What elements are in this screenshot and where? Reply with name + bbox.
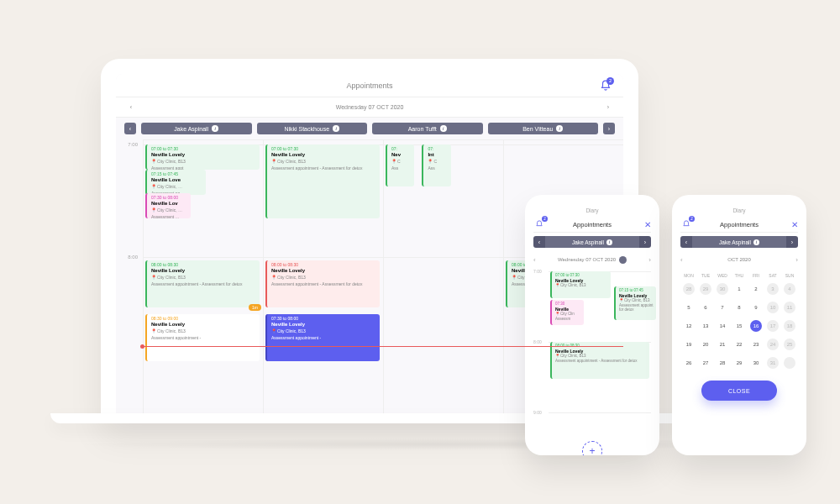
notif-count-badge: 2 bbox=[606, 77, 614, 85]
month-next[interactable]: › bbox=[795, 256, 798, 264]
calendar-day[interactable]: 6 bbox=[697, 300, 714, 315]
calendar-day[interactable]: 13 bbox=[697, 318, 714, 333]
calendar-day[interactable]: 1 bbox=[731, 281, 748, 297]
staff-tab-2[interactable]: Aaron Tuffti bbox=[372, 123, 483, 134]
calendar-day[interactable]: 28 bbox=[680, 281, 697, 297]
calendar-day[interactable]: 15 bbox=[731, 318, 748, 333]
staff-prev-button[interactable]: ‹ bbox=[124, 123, 136, 134]
appt-patient: Neville Lovely bbox=[151, 268, 257, 274]
calendar-day[interactable]: 28 bbox=[714, 355, 731, 370]
calendar-day[interactable]: 20 bbox=[697, 337, 714, 352]
phone-schedule: Diary 2 Appointments ✕ ‹ Jake Aspinalli … bbox=[525, 195, 659, 455]
calendar-day[interactable]: 31 bbox=[764, 355, 781, 370]
appointment-card[interactable]: 07:00 to 07:30Neville Lovely📍City Clinic… bbox=[550, 271, 611, 298]
calendar-dow-row: MONTUEWEDTHUFRISATSUN bbox=[680, 273, 798, 278]
phone-staff-selector: ‹ Jake Aspinalli › bbox=[533, 236, 651, 248]
appt-time: 08:00 to 08:30 bbox=[151, 262, 257, 267]
notifications-button[interactable]: 2 bbox=[600, 80, 612, 92]
appt-patient: Neville Love bbox=[151, 177, 203, 183]
appointment-card[interactable]: 07:Int📍CAss bbox=[422, 144, 450, 186]
appointment-card[interactable]: 08:00 to 08:30Neville Lovely📍City Clinic… bbox=[265, 260, 380, 307]
schedule-col-2: 07:Nev📍CAss07:Int📍CAss bbox=[383, 139, 503, 420]
appointment-card[interactable]: 08:00 to 08:30Neville Lovely📍City Clinic… bbox=[550, 342, 649, 379]
appt-patient: Neville Lovely bbox=[271, 268, 377, 274]
appointment-card[interactable]: 07:00 to 07:30Neville Lovely📍City Clinic… bbox=[265, 144, 380, 218]
info-icon: i bbox=[440, 125, 447, 132]
appointment-card[interactable]: 08:30 to 09:00Neville Lovely📍City Clinic… bbox=[145, 314, 260, 361]
calendar-day[interactable]: 17 bbox=[764, 318, 781, 333]
calendar-day[interactable]: 25 bbox=[781, 337, 798, 352]
calendar-day[interactable]: 5 bbox=[680, 300, 697, 315]
phone-date-next[interactable]: › bbox=[648, 256, 651, 264]
appointment-card[interactable]: 07:15 to 07:45Neville Lovely📍City Clinic… bbox=[614, 286, 656, 320]
appointment-card[interactable]: 07:15 to 07:45Neville Love📍City Clinic, … bbox=[145, 170, 206, 195]
calendar-day[interactable]: 29 bbox=[731, 355, 748, 370]
dow-label: SAT bbox=[764, 273, 781, 278]
calendar-day[interactable]: 19 bbox=[680, 337, 697, 352]
calendar-day[interactable]: 30 bbox=[714, 281, 731, 297]
appt-time: 07:15 to 07:45 bbox=[151, 171, 203, 176]
phone-calendar: Diary 2 Appointments ✕ ‹ Jake Aspinalli … bbox=[672, 195, 806, 455]
date-prev-button[interactable]: ‹ bbox=[124, 101, 138, 114]
calendar-icon[interactable] bbox=[619, 256, 627, 264]
appt-location: 📍City Clinic, B13 bbox=[271, 275, 377, 280]
date-bar: ‹ Wednesday 07 OCT 2020 › bbox=[116, 97, 623, 118]
phone-staff-prev[interactable]: ‹ bbox=[533, 236, 545, 248]
appt-time: 07: bbox=[391, 146, 412, 151]
phone-staff-current[interactable]: Jake Aspinalli bbox=[545, 236, 639, 248]
phone-notifications-button[interactable]: 2 bbox=[680, 218, 692, 230]
add-appointment-button[interactable]: + bbox=[582, 441, 602, 455]
calendar-day[interactable]: 24 bbox=[764, 337, 781, 352]
phone-staff-current[interactable]: Jake Aspinalli bbox=[692, 236, 786, 248]
calendar-day[interactable]: 12 bbox=[680, 318, 697, 333]
date-next-button[interactable]: › bbox=[601, 101, 615, 114]
phone-staff-prev[interactable]: ‹ bbox=[680, 236, 692, 248]
phone-close-button[interactable]: ✕ bbox=[791, 220, 798, 229]
phone-close-button[interactable]: ✕ bbox=[644, 220, 651, 229]
calendar-day[interactable]: 7 bbox=[714, 300, 731, 315]
calendar-day[interactable]: 4 bbox=[781, 281, 798, 297]
info-icon: i bbox=[556, 125, 563, 132]
staff-next-button[interactable]: › bbox=[603, 123, 615, 134]
phone-staff-next[interactable]: › bbox=[786, 236, 798, 248]
phone-schedule-grid: 7:00 8:00 9:00 07:00 to 07:30Neville Lov… bbox=[533, 268, 651, 436]
calendar-day[interactable]: 22 bbox=[731, 337, 748, 352]
calendar-day[interactable]: 16 bbox=[748, 318, 764, 333]
phone-notifications-button[interactable]: 2 bbox=[533, 218, 545, 230]
staff-tab-0[interactable]: Jake Aspinalli bbox=[141, 123, 252, 134]
appointment-card[interactable]: 07:30 to 08:00Neville Lov📍City Clinic, …… bbox=[145, 193, 191, 218]
calendar-day[interactable]: 9 bbox=[748, 300, 764, 315]
calendar-day[interactable]: 10 bbox=[764, 300, 781, 315]
calendar-day[interactable]: 26 bbox=[680, 355, 697, 370]
calendar-day[interactable]: 21 bbox=[714, 337, 731, 352]
calendar-day[interactable]: 30 bbox=[748, 355, 764, 370]
hour-label: 7:00 bbox=[533, 269, 542, 274]
calendar-day[interactable]: 18 bbox=[781, 318, 798, 333]
dow-label: WED bbox=[714, 273, 731, 278]
calendar-day[interactable]: 3 bbox=[764, 281, 781, 297]
appt-location: 📍City Clinic, B13 bbox=[151, 328, 257, 333]
phone-title: Appointments bbox=[720, 221, 759, 228]
appointment-card[interactable]: 07:Nev📍CAss bbox=[386, 144, 414, 186]
calendar-day[interactable]: 11 bbox=[781, 300, 798, 315]
calendar-day[interactable]: 27 bbox=[697, 355, 714, 370]
calendar-day[interactable]: 29 bbox=[697, 281, 714, 297]
phone-staff-next[interactable]: › bbox=[639, 236, 651, 248]
staff-tab-3[interactable]: Ben Vitteaui bbox=[488, 123, 599, 134]
calendar-day[interactable]: 23 bbox=[748, 337, 764, 352]
appointment-card[interactable]: 07:30 to 08:00Neville Lovely📍City Clinic… bbox=[265, 314, 380, 361]
phone-date-prev[interactable]: ‹ bbox=[533, 256, 536, 264]
staff-tab-1[interactable]: Nikki Stackhousei bbox=[257, 123, 368, 134]
appt-patient: Int bbox=[428, 152, 448, 158]
month-prev[interactable]: ‹ bbox=[680, 256, 683, 264]
appt-desc: Assessment appointment - Assessment for … bbox=[151, 281, 257, 286]
appointment-card[interactable]: 08:00 to 08:30Neville Lovely📍City Clinic… bbox=[145, 260, 260, 307]
appt-location: 📍City Clinic, B13 bbox=[151, 275, 257, 280]
appointment-card[interactable]: 07:30Neville📍City ClinAssessm bbox=[550, 300, 584, 325]
dow-label: FRI bbox=[748, 273, 764, 278]
calendar-day[interactable]: 14 bbox=[714, 318, 731, 333]
calendar-close-button[interactable]: CLOSE bbox=[701, 381, 777, 401]
calendar-day[interactable]: 2 bbox=[748, 281, 764, 297]
appointment-card[interactable]: 07:00 to 07:30Neville Lovely📍City Clinic… bbox=[145, 144, 260, 170]
calendar-day[interactable]: 8 bbox=[731, 300, 748, 315]
